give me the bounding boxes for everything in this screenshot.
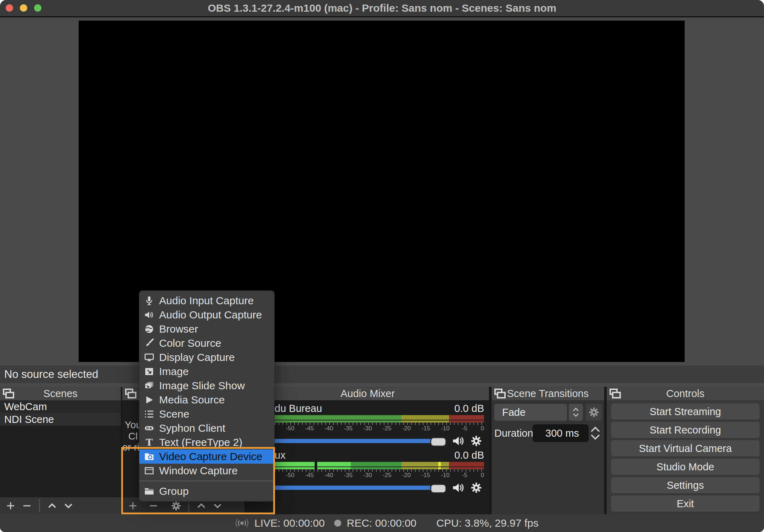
menu-item-media-source[interactable]: Media Source bbox=[139, 393, 274, 407]
svg-text:T: T bbox=[146, 437, 153, 447]
duration-label: Duration bbox=[494, 424, 533, 442]
menu-item-audio-input-capture[interactable]: Audio Input Capture bbox=[139, 294, 274, 308]
menu-item-video-capture-device[interactable]: Video Capture Device bbox=[139, 449, 274, 464]
source-hint-bar: No source selected bbox=[0, 366, 764, 383]
cpu-usage: CPU: 3.8%, 29.97 fps bbox=[436, 517, 539, 529]
transition-select-stepper[interactable] bbox=[569, 404, 583, 421]
scenes-panel: Scenes WebCam NDI Scene bbox=[0, 387, 121, 514]
menu-item-color-source[interactable]: Color Source bbox=[139, 336, 274, 350]
title-bar: OBS 1.3.1-27.2.4-m100 (mac) - Profile: S… bbox=[0, 0, 764, 17]
controls-panel: Controls Start Streaming Start Recording… bbox=[607, 387, 764, 514]
list-icon bbox=[144, 408, 155, 420]
dock-float-icon[interactable] bbox=[125, 389, 136, 398]
rec-time: REC: 00:00:00 bbox=[347, 517, 417, 529]
menu-item-image-slide-show[interactable]: Image Slide Show bbox=[139, 379, 274, 393]
volume-slider[interactable] bbox=[251, 439, 445, 443]
duration-input[interactable]: 300 ms bbox=[533, 424, 589, 442]
channel-level-db: 0.0 dB bbox=[454, 402, 484, 414]
globe-icon bbox=[144, 323, 155, 335]
mixer-channel-desktop-audio: du Bureau 0.0 dB -50 -45 -40 -35 -30 bbox=[246, 402, 489, 448]
transition-select[interactable]: Fade bbox=[494, 404, 567, 421]
scenes-toolbar bbox=[0, 497, 121, 514]
remove-scene-button[interactable] bbox=[21, 500, 33, 511]
dock-area: Scenes WebCam NDI Scene bbox=[0, 387, 764, 514]
scene-transitions-header: Scene Transitions bbox=[491, 387, 604, 400]
speaker-icon bbox=[144, 309, 155, 321]
window-title: OBS 1.3.1-27.2.4-m100 (mac) - Profile: S… bbox=[0, 0, 764, 16]
image-icon bbox=[144, 366, 155, 377]
start-streaming-button[interactable]: Start Streaming bbox=[611, 403, 760, 420]
gear-icon[interactable] bbox=[468, 435, 484, 447]
meter-scale: -50 -45 -40 -35 -30 -25 -20 -15 -10 -5 0 bbox=[251, 469, 484, 479]
scene-transitions-body: Fade Duration 300 ms bbox=[491, 400, 604, 514]
menu-item-browser[interactable]: Browser bbox=[139, 322, 274, 336]
toolbar-separator bbox=[188, 500, 189, 512]
exit-button[interactable]: Exit bbox=[611, 495, 760, 512]
add-source-button[interactable] bbox=[127, 500, 139, 511]
duration-stepper[interactable] bbox=[589, 424, 601, 443]
scene-transitions-title: Scene Transitions bbox=[491, 387, 604, 400]
audio-mixer-panel: Audio Mixer du Bureau 0.0 dB -50 bbox=[246, 387, 489, 514]
display-icon bbox=[144, 352, 155, 363]
mixer-channel-mic-aux: ux 0.0 dB -50 -45 -40 -35 -30 -25 bbox=[246, 449, 489, 495]
controls-header: Controls bbox=[607, 387, 764, 400]
start-virtual-camera-button[interactable]: Start Virtual Camera bbox=[611, 440, 760, 457]
remove-source-button[interactable] bbox=[148, 500, 159, 511]
move-scene-up-button[interactable] bbox=[46, 500, 58, 511]
paintbrush-icon bbox=[144, 338, 155, 349]
move-source-up-button[interactable] bbox=[196, 500, 207, 511]
transition-properties-button[interactable] bbox=[586, 404, 602, 421]
sources-empty-text: or ri bbox=[122, 442, 139, 453]
menu-item-group[interactable]: Group bbox=[139, 484, 274, 498]
audio-mixer-header: Audio Mixer bbox=[246, 387, 489, 400]
toolbar-separator bbox=[39, 500, 40, 512]
menu-item-display-capture[interactable]: Display Capture bbox=[139, 350, 274, 364]
add-scene-button[interactable] bbox=[5, 500, 16, 511]
channel-name: du Bureau bbox=[275, 402, 322, 414]
text-icon: T bbox=[144, 437, 155, 448]
studio-mode-button[interactable]: Studio Mode bbox=[611, 458, 760, 475]
vu-meter bbox=[251, 415, 484, 423]
menu-item-window-capture[interactable]: Window Capture bbox=[139, 464, 274, 478]
rec-status-dot bbox=[334, 520, 341, 527]
start-recording-button[interactable]: Start Recording bbox=[611, 421, 760, 438]
audio-mixer-title: Audio Mixer bbox=[246, 387, 489, 400]
play-icon bbox=[144, 394, 155, 406]
controls-title: Controls bbox=[607, 387, 764, 400]
menu-separator bbox=[139, 481, 274, 481]
scene-row-webcam[interactable]: WebCam bbox=[0, 400, 121, 413]
speaker-icon[interactable] bbox=[451, 435, 466, 447]
source-properties-button[interactable] bbox=[170, 500, 182, 511]
meter-scale: -50 -45 -40 -35 -30 -25 -20 -15 -10 -5 0 bbox=[251, 423, 484, 432]
volume-slider-handle[interactable] bbox=[430, 484, 446, 493]
mic-icon bbox=[144, 295, 155, 306]
obs-window: OBS 1.3.1-27.2.4-m100 (mac) - Profile: S… bbox=[0, 0, 764, 532]
channel-name: ux bbox=[275, 449, 286, 461]
add-source-menu: Audio Input Capture Audio Output Capture… bbox=[139, 290, 275, 502]
scene-row-ndi[interactable]: NDI Scene bbox=[0, 413, 121, 426]
speaker-icon[interactable] bbox=[451, 481, 466, 494]
broadcast-icon bbox=[234, 517, 250, 529]
channel-level-db: 0.0 dB bbox=[454, 449, 484, 461]
menu-item-scene[interactable]: Scene bbox=[139, 407, 274, 421]
menu-item-image[interactable]: Image bbox=[139, 364, 274, 379]
scenes-list: WebCam NDI Scene bbox=[0, 400, 121, 514]
sources-empty-text: Cl bbox=[128, 431, 137, 442]
settings-button[interactable]: Settings bbox=[611, 477, 760, 493]
status-bar: LIVE: 00:00:00 REC: 00:00:00 CPU: 3.8%, … bbox=[0, 514, 764, 532]
menu-item-text-freetype2[interactable]: T Text (FreeType 2) bbox=[139, 435, 274, 449]
gear-icon[interactable] bbox=[468, 481, 484, 494]
move-source-down-button[interactable] bbox=[212, 500, 223, 511]
volume-slider[interactable] bbox=[251, 486, 445, 490]
folder-icon bbox=[144, 486, 155, 497]
move-scene-down-button[interactable] bbox=[63, 500, 74, 511]
menu-item-audio-output-capture[interactable]: Audio Output Capture bbox=[139, 308, 274, 322]
menu-item-syphon-client[interactable]: Syphon Client bbox=[139, 421, 274, 435]
audio-mixer-body: du Bureau 0.0 dB -50 -45 -40 -35 -30 bbox=[246, 400, 489, 514]
window-icon bbox=[144, 465, 155, 476]
volume-slider-handle[interactable] bbox=[430, 437, 446, 447]
camera-icon bbox=[144, 451, 155, 462]
controls-body: Start Streaming Start Recording Start Vi… bbox=[607, 400, 764, 514]
image-stack-icon bbox=[144, 380, 155, 391]
hint-text: No source selected bbox=[4, 366, 764, 383]
